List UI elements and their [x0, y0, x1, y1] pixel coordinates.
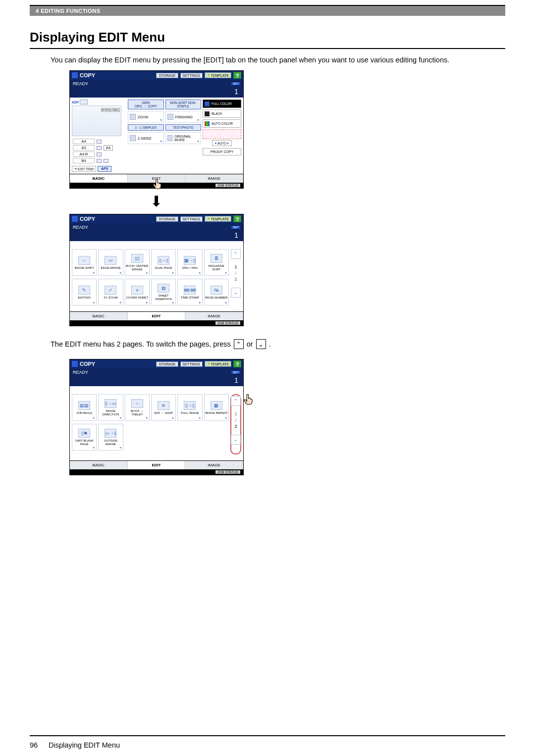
tab-edit[interactable]: EDIT [128, 312, 186, 320]
template-button[interactable]: ★TEMPLATE [205, 216, 231, 222]
zoom-icon [130, 114, 136, 120]
app-title: COPY [80, 72, 95, 78]
tab-basic[interactable]: BASIC [70, 312, 128, 320]
finishing-icon [167, 114, 173, 120]
edit-2in1-4in1[interactable]: ▦→▯2IN1 / 4IN1▸ [177, 249, 202, 276]
dualpage-icon: ▯→▯ [158, 256, 169, 265]
autocolor-button[interactable]: AUTO COLOR [203, 119, 241, 128]
selected-size: A4 [104, 145, 113, 151]
tray-a4[interactable]: A4 [73, 139, 95, 144]
auto-exposure-button[interactable]: ◂AUTO▸ [212, 140, 232, 146]
nin1-icon: ▦→▯ [184, 256, 196, 265]
tab-edit[interactable]: EDIT [128, 461, 186, 469]
page-up-button[interactable]: ⌃ [231, 396, 241, 406]
magsort-icon: ≣ [211, 254, 222, 263]
editing-icon: ✎ [78, 286, 90, 295]
tab-image[interactable]: IMAGE [185, 461, 243, 469]
zoom-button[interactable]: ZOOM▸ [128, 111, 164, 123]
bottom-tabs: BASIC EDIT IMAGE [70, 174, 243, 183]
edit-image-shift[interactable]: ↔IMAGE SHIFT▸ [72, 249, 97, 276]
settings-button[interactable]: SETTINGS [180, 73, 203, 78]
page-up-keycap: ⌃ [234, 339, 244, 349]
tray-b4[interactable]: B4 [73, 158, 95, 163]
pagenum-icon: № [211, 286, 222, 295]
edit-dual-page[interactable]: ▯→▯DUAL PAGE▸ [151, 249, 176, 276]
xyzoom-icon: ⤢ [105, 286, 116, 295]
outerase-icon: ▭→▯ [105, 429, 116, 438]
help-button[interactable]: ? [233, 360, 241, 367]
edit-image-direction[interactable]: ▯→▭IMAGE DIRECTION▸ [98, 394, 123, 421]
origmode-button[interactable]: ORIGINAL MODE▸ [165, 132, 202, 144]
touchpanel-edit-p2: COPY STORAGE SETTINGS ★TEMPLATE ? READYS… [69, 359, 244, 475]
omitblank-icon: ▯✖ [78, 429, 90, 438]
edit-magazine-sort[interactable]: ≣MAGAZINE SORT▸ [204, 249, 229, 276]
page-down-button[interactable]: ⌄ [231, 288, 241, 298]
black-button[interactable]: BLACK [203, 109, 241, 118]
tray-list: A4 A3 A4 A4-R B4 [72, 138, 126, 164]
settings-button[interactable]: SETTINGS [180, 216, 203, 222]
edit-edge-erase[interactable]: ▭EDGE ERASE▸ [98, 249, 123, 276]
set-badge: SET [231, 82, 240, 85]
page-down-button[interactable]: ⌄ [231, 435, 241, 445]
page-up-button[interactable]: ⌃ [231, 249, 241, 259]
edit-job-build[interactable]: ▤▤JOB BUILD▸ [72, 394, 97, 421]
pointer-hand-icon [242, 393, 255, 406]
proof-copy-button[interactable]: PROOF COPY [203, 148, 241, 155]
intro-text: You can display the EDIT menu by pressin… [51, 55, 496, 65]
edit-adf-sadf[interactable]: ≋ADF → SADF▸ [151, 394, 176, 421]
tab-basic[interactable]: BASIC [70, 461, 128, 469]
help-button[interactable]: ? [233, 72, 241, 79]
tray-a3[interactable]: A3 [73, 145, 95, 151]
edit-time-stamp[interactable]: 00:00TIME STAMP▸ [177, 279, 202, 305]
exit-tray-button[interactable]: ⇥EXIT TRAY [72, 166, 96, 172]
edit-sheet-insertion[interactable]: ▤SHEET INSERTION▸ [151, 279, 176, 305]
template-button[interactable]: ★TEMPLATE [205, 72, 231, 78]
status-bar: READY SET [70, 80, 243, 88]
edit-image-repeat[interactable]: ▦IMAGE REPEAT▸ [204, 394, 229, 421]
page-number: 96 [30, 741, 47, 749]
imgrepeat-icon: ▦ [211, 401, 222, 410]
storage-button[interactable]: STORAGE [156, 216, 178, 222]
storage-button[interactable]: STORAGE [156, 361, 178, 367]
tray-a4r[interactable]: A4-R [73, 151, 95, 157]
touchpanel-basic: COPY STORAGE SETTINGS ★TEMPLATE ? READY … [69, 70, 244, 189]
down-arrow-icon: ⬇ [149, 193, 163, 210]
edit-book-center-erase[interactable]: ▯▯BOOK CENTER ERASE▸ [125, 249, 150, 276]
storage-button[interactable]: STORAGE [156, 73, 178, 78]
adf-label: ADF [72, 101, 79, 104]
autocolor-icon [205, 121, 210, 126]
edit-omit-blank[interactable]: ▯✖OMIT BLANK PAGE▸ [72, 424, 97, 451]
pointer-hand-icon [152, 178, 163, 190]
page-down-keycap: ⌄ [256, 339, 266, 349]
image-shift-icon: ↔ [78, 256, 90, 265]
exposure-strip [203, 129, 241, 139]
imgdir-icon: ▯→▭ [105, 399, 116, 408]
edit-editing[interactable]: ✎EDITING▸ [72, 279, 97, 305]
footer-title: Displaying EDIT Menu [49, 741, 120, 749]
aps-button[interactable]: APS [98, 166, 111, 172]
finishing-button[interactable]: FINISHING▸ [165, 111, 202, 123]
twosided-button[interactable]: 2-SIDED▸ [128, 132, 164, 144]
tab-edit[interactable]: EDIT [128, 174, 186, 183]
settings-button[interactable]: SETTINGS [180, 361, 203, 367]
booktablet-icon: ↔ [131, 399, 143, 408]
edit-book-tablet[interactable]: ↔BOOK ↔ TABLET▸ [125, 394, 150, 421]
adf-icon [80, 100, 88, 104]
tab-image[interactable]: IMAGE [185, 312, 243, 320]
tab-basic[interactable]: BASIC [70, 174, 128, 183]
edit-page-number[interactable]: №PAGE NUMBER▸ [204, 279, 229, 305]
template-button[interactable]: ★TEMPLATE [205, 361, 231, 367]
bypass-label: BYPASS FEED [101, 108, 120, 112]
duplex-icon [130, 135, 136, 141]
help-button[interactable]: ? [233, 215, 241, 222]
tab-image[interactable]: IMAGE [185, 174, 243, 183]
page-title: Displaying EDIT Menu [30, 30, 505, 49]
edit-xy-zoom[interactable]: ⤢XY ZOOM▸ [98, 279, 123, 305]
fullcolor-button[interactable]: FULL COLOR [203, 100, 241, 108]
edit-cover-sheet[interactable]: ≡COVER SHEET▸ [125, 279, 150, 305]
edit-outside-erase[interactable]: ▭→▯OUTSIDE ERASE▸ [98, 424, 123, 451]
edit-full-image[interactable]: ▯→▯FULL IMAGE▸ [177, 394, 202, 421]
textphoto-pill: TEXT/PHOTO [165, 124, 202, 131]
printer-illustration: BYPASS FEED [72, 105, 121, 136]
cover-icon: ≡ [131, 286, 143, 295]
